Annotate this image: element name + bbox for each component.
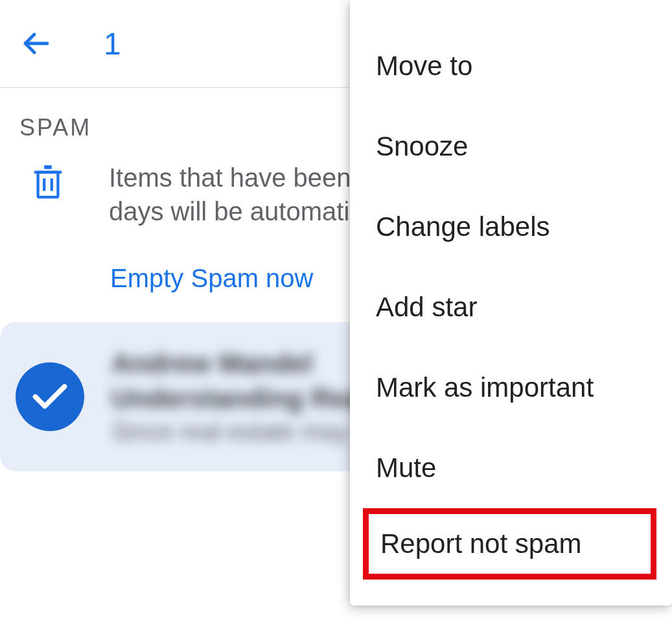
trash-icon — [32, 165, 64, 202]
selected-checkmark[interactable] — [16, 362, 84, 431]
menu-item-report-not-spam[interactable]: Report not spam — [363, 508, 656, 580]
email-subject: Understanding Real — [111, 383, 369, 414]
email-content: Andrew Mandel Understanding Real Since r… — [111, 348, 369, 446]
menu-item-move-to[interactable]: Move to — [350, 26, 672, 106]
menu-item-snooze[interactable]: Snooze — [350, 106, 672, 187]
menu-item-add-star[interactable]: Add star — [350, 267, 672, 347]
menu-item-mute[interactable]: Mute — [350, 428, 672, 508]
overflow-menu: Move toSnoozeChange labelsAdd starMark a… — [350, 0, 672, 605]
menu-item-change-labels[interactable]: Change labels — [350, 187, 672, 267]
email-preview: Since real estate may — [111, 418, 369, 446]
email-sender: Andrew Mandel — [111, 348, 369, 379]
menu-item-mark-as-important[interactable]: Mark as important — [350, 347, 672, 428]
svg-rect-1 — [38, 172, 58, 198]
back-button[interactable] — [19, 27, 52, 60]
selection-count: 1 — [104, 26, 121, 62]
check-icon — [32, 383, 67, 410]
back-arrow-icon — [20, 28, 51, 59]
